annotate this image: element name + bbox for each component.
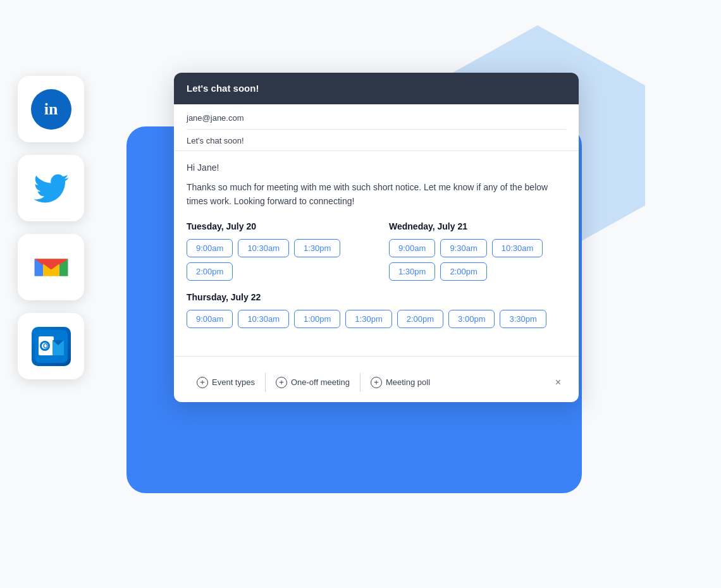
email-body-text: Thanks so much for meeting with me with … xyxy=(187,180,566,209)
email-header-title: Let's chat soon! xyxy=(187,83,259,94)
svg-text:O: O xyxy=(43,343,48,350)
slot-tue-130[interactable]: 1:30pm xyxy=(294,239,340,257)
gmail-icon xyxy=(32,253,70,282)
slot-thu-200[interactable]: 2:00pm xyxy=(397,310,443,328)
slot-tue-200[interactable]: 2:00pm xyxy=(187,262,233,281)
event-types-button[interactable]: + Event types xyxy=(187,373,266,392)
one-off-meeting-plus-icon: + xyxy=(276,377,287,388)
meeting-poll-label: Meeting poll xyxy=(386,377,430,387)
slot-thu-100[interactable]: 1:00pm xyxy=(294,310,340,328)
email-card: Let's chat soon! jane@jane.com Let's cha… xyxy=(174,73,579,402)
slot-tue-900[interactable]: 9:00am xyxy=(187,239,233,257)
email-meta: jane@jane.com Let's chat soon! xyxy=(174,104,579,151)
email-greeting: Hi Jane! xyxy=(187,162,566,173)
date-col-wednesday: Wedneday, July 21 9:00am 9:30am 10:30am … xyxy=(389,221,566,281)
time-slots-thursday: 9:00am 10:30am 1:00pm 1:30pm 2:00pm 3:00… xyxy=(187,310,566,328)
dates-row-1: Tuesday, July 20 9:00am 10:30am 1:30pm 2… xyxy=(187,221,566,281)
twitter-card[interactable] xyxy=(18,155,84,221)
linkedin-card[interactable]: in xyxy=(18,76,84,142)
slot-wed-930[interactable]: 9:30am xyxy=(440,239,486,257)
scene: in xyxy=(0,0,721,588)
slot-thu-130[interactable]: 1:30pm xyxy=(345,310,391,328)
email-body: Hi Jane! Thanks so much for meeting with… xyxy=(174,151,579,351)
meeting-poll-button[interactable]: + Meeting poll xyxy=(360,373,440,392)
date-section-thursday: Thursday, July 22 9:00am 10:30am 1:00pm … xyxy=(187,292,566,328)
slot-thu-330[interactable]: 3:30pm xyxy=(500,310,546,328)
event-types-label: Event types xyxy=(212,377,255,387)
close-button[interactable]: × xyxy=(550,373,566,392)
one-off-meeting-button[interactable]: + One-off meeting xyxy=(266,373,360,392)
slot-wed-130[interactable]: 1:30pm xyxy=(389,262,435,281)
email-subject: Let's chat soon! xyxy=(187,130,566,145)
gmail-card[interactable] xyxy=(18,234,84,300)
slot-tue-1030[interactable]: 10:30am xyxy=(238,239,289,257)
date-label-thursday: Thursday, July 22 xyxy=(187,292,566,302)
date-label-tuesday: Tuesday, July 20 xyxy=(187,221,364,231)
time-slots-wednesday: 9:00am 9:30am 10:30am 1:30pm 2:00pm xyxy=(389,239,566,281)
date-col-tuesday: Tuesday, July 20 9:00am 10:30am 1:30pm 2… xyxy=(187,221,364,281)
event-types-plus-icon: + xyxy=(197,377,208,388)
slot-thu-900[interactable]: 9:00am xyxy=(187,310,233,328)
linkedin-icon: in xyxy=(31,89,71,130)
slot-thu-1030[interactable]: 10:30am xyxy=(238,310,289,328)
slot-wed-900[interactable]: 9:00am xyxy=(389,239,435,257)
email-from: jane@jane.com xyxy=(187,113,566,130)
date-label-wednesday: Wedneday, July 21 xyxy=(389,221,566,231)
email-footer: + Event types + One-off meeting + Meetin… xyxy=(174,365,579,402)
meeting-poll-plus-icon: + xyxy=(371,377,382,388)
time-slots-tuesday: 9:00am 10:30am 1:30pm 2:00pm xyxy=(187,239,364,281)
outlook-icon: O xyxy=(32,327,71,366)
outlook-card[interactable]: O xyxy=(18,313,84,379)
one-off-meeting-label: One-off meeting xyxy=(291,377,350,387)
social-icons-sidebar: in xyxy=(18,76,84,379)
slot-wed-200[interactable]: 2:00pm xyxy=(440,262,486,281)
slot-thu-300[interactable]: 3:00pm xyxy=(448,310,495,328)
twitter-icon xyxy=(34,174,69,203)
email-divider xyxy=(174,356,579,357)
slot-wed-1030[interactable]: 10:30am xyxy=(492,239,543,257)
email-header: Let's chat soon! xyxy=(174,73,579,104)
